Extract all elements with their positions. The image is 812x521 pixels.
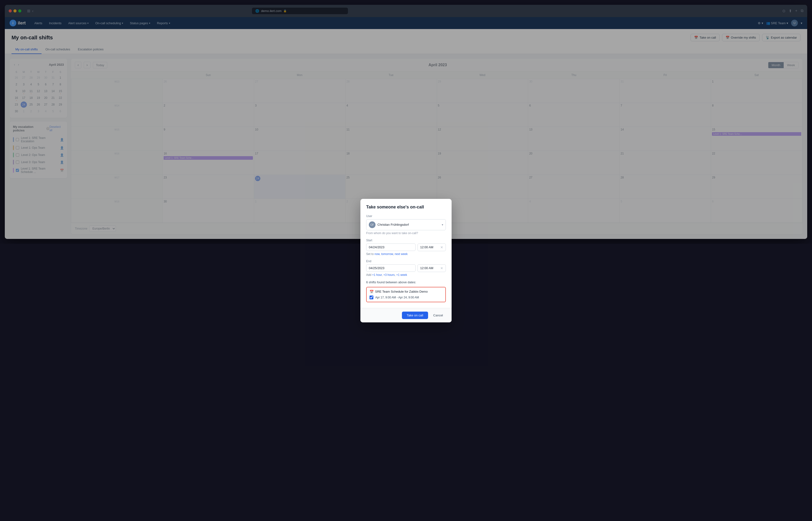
user-avatar: CF [369, 221, 376, 228]
from-whom-hint: From whom do you want to take on-call? [366, 231, 446, 235]
browser-window: ⊞ ‹ 🌐 demo.ilert.com 🔒 ⊙ ⬆ + ⧉ i ilert A… [5, 5, 807, 239]
form-group-start: Start 04/24/2023 12:00 AM ✕ Set to now, … [366, 239, 446, 239]
start-label: Start [366, 239, 446, 239]
modal-title: Take someone else's on-call [366, 205, 446, 210]
user-label: User [366, 214, 446, 218]
modal-overlay: Take someone else's on-call User CF Chri… [5, 5, 807, 239]
user-name: Christian Frühlingsdorf [378, 223, 440, 226]
app: i ilert Alerts Incidents Alert sources ▾… [5, 17, 807, 239]
user-avatar-initials: CF [370, 223, 374, 226]
modal-body: Take someone else's on-call User CF Chri… [360, 199, 452, 239]
form-group-user: User CF Christian Frühlingsdorf ▾ From w… [366, 214, 446, 235]
user-select-dropdown[interactable]: CF Christian Frühlingsdorf ▾ [366, 219, 446, 230]
modal-take-on-call: Take someone else's on-call User CF Chri… [360, 199, 452, 239]
chevron-down-icon: ▾ [442, 223, 443, 226]
